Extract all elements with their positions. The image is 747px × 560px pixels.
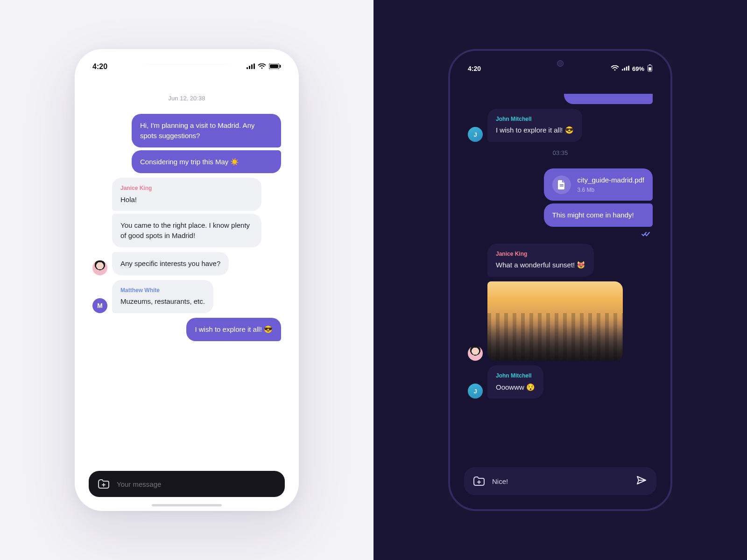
message-row xyxy=(468,281,653,361)
message-bubble-incoming[interactable]: You came to the right place. I know plen… xyxy=(112,214,261,247)
status-indicators: 69% xyxy=(611,64,653,73)
svg-rect-17 xyxy=(560,186,564,187)
status-time: 4:20 xyxy=(92,63,107,71)
message-peek-outgoing xyxy=(564,94,653,104)
svg-point-8 xyxy=(614,69,616,70)
message-composer[interactable] xyxy=(89,471,285,497)
message-bubble-incoming[interactable]: Any specific interests you have? xyxy=(112,252,229,275)
avatar-john[interactable]: J xyxy=(468,127,483,142)
message-row: I wish to explore it all! 😎 xyxy=(92,318,281,341)
panel-dark: 4:20 69% J xyxy=(374,0,747,560)
file-attachment-bubble[interactable]: city_guide-madrid.pdf 3.6 Mb xyxy=(544,168,653,201)
avatar-initial: M xyxy=(97,302,103,309)
status-indicators xyxy=(247,63,281,70)
svg-rect-6 xyxy=(270,64,278,68)
message-input[interactable] xyxy=(117,480,276,488)
wifi-icon xyxy=(258,63,266,70)
svg-rect-1 xyxy=(249,66,250,69)
phone-frame-dark: 4:20 69% J xyxy=(448,49,672,511)
avatar-initial: J xyxy=(473,131,477,138)
status-time: 4:20 xyxy=(468,65,481,72)
attach-button[interactable] xyxy=(472,476,486,487)
message-composer[interactable] xyxy=(464,467,656,495)
svg-rect-3 xyxy=(254,63,255,69)
message-text: Ooowww 😯 xyxy=(496,383,535,391)
sender-name: Janice King xyxy=(120,184,253,192)
read-receipt-icon xyxy=(641,231,651,239)
svg-rect-11 xyxy=(626,66,627,70)
message-input[interactable] xyxy=(492,477,629,485)
sender-name: John Mitchell xyxy=(496,115,574,123)
svg-rect-9 xyxy=(622,69,623,70)
svg-point-4 xyxy=(261,67,263,69)
image-attachment[interactable] xyxy=(487,281,623,361)
message-bubble-incoming[interactable]: John Mitchell I wish to explore it all! … xyxy=(487,109,582,142)
panel-light: 4:20 Jun 12, 20:38 Hi, I'm planning a v xyxy=(0,0,374,560)
avatar-janice[interactable] xyxy=(92,260,107,275)
file-name: city_guide-madrid.pdf xyxy=(578,175,644,185)
message-bubble-outgoing[interactable]: I wish to explore it all! 😎 xyxy=(186,318,281,341)
svg-rect-16 xyxy=(560,184,564,185)
message-row: J John Mitchell I wish to explore it all… xyxy=(468,109,653,142)
message-row: Any specific interests you have? xyxy=(92,252,281,275)
chat-area: Jun 12, 20:38 Hi, I'm planning a visit t… xyxy=(84,79,289,502)
message-text: Hola! xyxy=(120,196,137,203)
cellular-icon xyxy=(247,63,255,70)
message-bubble-incoming[interactable]: Janice King What a wonderful sunset! 😻 xyxy=(487,244,594,277)
message-row: Hi, I'm planning a visit to Madrid. Any … xyxy=(92,114,281,173)
battery-icon xyxy=(269,63,281,70)
home-indicator xyxy=(152,504,222,506)
sender-name: Matthew White xyxy=(120,287,205,294)
message-row: city_guide-madrid.pdf 3.6 Mb This might … xyxy=(468,168,653,227)
status-bar: 4:20 xyxy=(84,58,289,75)
messages-scroll[interactable]: Jun 12, 20:38 Hi, I'm planning a visit t… xyxy=(84,79,289,466)
svg-rect-14 xyxy=(648,67,651,70)
message-row: J John Mitchell Ooowww 😯 xyxy=(468,365,653,399)
message-row: Janice King What a wonderful sunset! 😻 xyxy=(468,244,653,277)
svg-rect-2 xyxy=(251,64,253,69)
send-button[interactable] xyxy=(636,475,648,488)
phone-frame-light: 4:20 Jun 12, 20:38 Hi, I'm planning a v xyxy=(75,49,299,511)
message-text: I wish to explore it all! 😎 xyxy=(496,126,574,134)
svg-rect-12 xyxy=(628,65,629,70)
message-text: Muzeums, restaurants, etc. xyxy=(120,297,205,305)
date-separator: Jun 12, 20:38 xyxy=(92,95,281,102)
time-separator: 03:35 xyxy=(468,149,653,156)
message-row: Janice King Hola! You came to the right … xyxy=(92,178,281,247)
camera-pinhole xyxy=(557,60,564,67)
message-bubble-outgoing[interactable]: This might come in handy! xyxy=(544,203,653,227)
battery-icon xyxy=(647,64,653,73)
attach-button[interactable] xyxy=(97,478,110,490)
sender-name: Janice King xyxy=(496,250,585,258)
battery-percent: 69% xyxy=(632,65,644,72)
file-size: 3.6 Mb xyxy=(578,186,644,194)
avatar-spacer xyxy=(92,232,107,247)
avatar-matthew[interactable]: M xyxy=(92,298,107,313)
file-icon xyxy=(552,175,571,194)
message-row: M Matthew White Muzeums, restaurants, et… xyxy=(92,280,281,313)
message-bubble-incoming[interactable]: Janice King Hola! xyxy=(112,178,261,211)
avatar-spacer xyxy=(468,262,483,277)
message-bubble-incoming[interactable]: Matthew White Muzeums, restaurants, etc. xyxy=(112,280,213,313)
sender-name: John Mitchell xyxy=(496,372,535,380)
chat-area: J John Mitchell I wish to explore it all… xyxy=(459,81,661,500)
avatar-john[interactable]: J xyxy=(468,384,483,399)
messages-scroll[interactable]: J John Mitchell I wish to explore it all… xyxy=(459,81,661,462)
svg-rect-7 xyxy=(280,65,281,68)
svg-rect-10 xyxy=(624,68,625,70)
wifi-icon xyxy=(611,65,619,72)
message-text: What a wonderful sunset! 😻 xyxy=(496,261,585,269)
message-bubble-outgoing[interactable]: Considering my trip this May ☀️ xyxy=(132,150,281,174)
message-bubble-outgoing[interactable]: Hi, I'm planning a visit to Madrid. Any … xyxy=(132,114,281,147)
avatar-initial: J xyxy=(473,388,477,395)
cellular-icon xyxy=(622,65,629,72)
message-bubble-incoming[interactable]: John Mitchell Ooowww 😯 xyxy=(487,365,543,399)
svg-rect-15 xyxy=(649,64,651,65)
svg-rect-0 xyxy=(247,67,248,69)
avatar-janice[interactable] xyxy=(468,346,483,361)
